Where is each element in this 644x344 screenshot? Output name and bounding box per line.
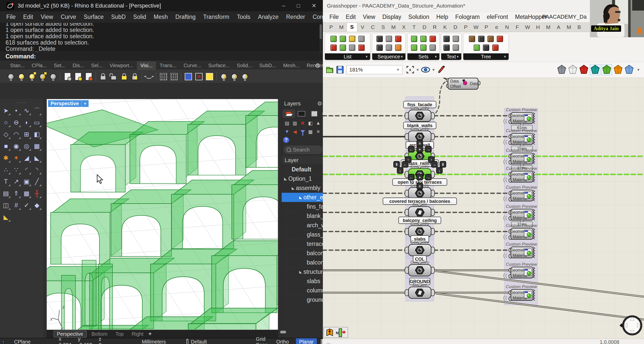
sets-component-icon[interactable]: [410, 35, 418, 43]
category-tab-15[interactable]: P: [481, 24, 491, 32]
layer-row-option_1[interactable]: ◣Option_1: [282, 174, 325, 183]
category-tab-4[interactable]: C: [368, 24, 378, 32]
arc-continue-icon[interactable]: ◝: [32, 165, 42, 175]
expand-triangle-icon[interactable]: ◣: [299, 195, 302, 199]
gh-node-balcony-ceiling[interactable]: balcony_ceilingGeometry: [399, 217, 441, 237]
display-gem-blue[interactable]: [624, 64, 634, 75]
command-scrollbar[interactable]: [320, 24, 322, 54]
pipe-icon[interactable]: ╫: [32, 188, 42, 199]
layer-row-slabs[interactable]: slabs: [282, 277, 325, 286]
point-icon[interactable]: •: [11, 105, 21, 116]
display-gems-caret-icon[interactable]: ▼: [637, 68, 640, 72]
sequence-component-icon[interactable]: [376, 44, 383, 52]
statusbar-panel-icon[interactable]: [321, 339, 323, 344]
freeform-curve-icon[interactable]: ⌒: [32, 105, 42, 116]
toggle-ortho[interactable]: Ortho: [276, 339, 289, 344]
display-gem-outline[interactable]: [568, 64, 578, 75]
layer-row-ground[interactable]: ground: [282, 295, 325, 304]
category-tab-23[interactable]: M: [564, 24, 574, 32]
menu-file[interactable]: File: [3, 14, 19, 20]
statusbar-units[interactable]: Millimeters: [142, 339, 166, 344]
category-tab-8[interactable]: T: [409, 24, 419, 32]
toolbar-tab-SubD[interactable]: SubD...: [256, 61, 280, 70]
bulb-dim-b-icon[interactable]: [229, 71, 240, 82]
curved-surface-icon[interactable]: ◧: [32, 129, 42, 139]
torus-icon[interactable]: ◎: [22, 141, 31, 151]
category-tab-22[interactable]: A: [553, 24, 564, 32]
layer-row-structural[interactable]: ◣structural: [282, 267, 325, 277]
sequence-component-icon[interactable]: [385, 44, 393, 52]
ribbon-group-label[interactable]: Sequence▼: [372, 53, 405, 60]
bulb-on-icon[interactable]: [16, 71, 27, 82]
offset-plank-icon[interactable]: ◫: [1, 200, 11, 210]
list-component-icon[interactable]: [339, 44, 347, 52]
flag-a-icon[interactable]: ◢: [22, 153, 31, 163]
wire-dashed-curve[interactable]: [432, 81, 448, 116]
gh-node-custom-preview-5[interactable]: Custom PreviewGeometryMaterial: [504, 185, 537, 201]
point-cloud-icon[interactable]: ∵: [11, 165, 21, 175]
gh-node-data-recorder[interactable]: DataOffsetData: [446, 78, 480, 89]
gh-node-custom-preview-7[interactable]: Custom PreviewGeometryMaterial: [504, 223, 537, 240]
viewport-title-dropdown-icon[interactable]: ▼: [81, 100, 89, 107]
sets-component-icon[interactable]: [420, 44, 427, 52]
menu-tools[interactable]: Tools: [233, 14, 254, 20]
category-tab-2[interactable]: S: [347, 22, 357, 32]
sequence-component-icon[interactable]: [385, 35, 393, 43]
gh-menu-solution[interactable]: Solution: [405, 14, 433, 20]
gh-menu-help[interactable]: Help: [433, 14, 452, 20]
extrude-icon[interactable]: ⇑: [11, 188, 21, 199]
display-gem-dark[interactable]: [557, 64, 567, 75]
layer-row-balcony[interactable]: balcony: [282, 249, 325, 258]
plugins-icon[interactable]: ✱: [1, 153, 11, 163]
expand-triangle-icon[interactable]: ◣: [299, 270, 302, 274]
tree-component-icon[interactable]: [496, 35, 504, 43]
toolbar-tab-Sel[interactable]: Sel...: [88, 61, 106, 70]
help-icon[interactable]: ?: [283, 137, 289, 143]
category-tab-1[interactable]: M: [336, 24, 347, 32]
toolbar-tab-Trans[interactable]: Trans...: [156, 61, 180, 70]
open-file-icon[interactable]: [325, 65, 334, 74]
menu-transform[interactable]: Transform: [199, 14, 233, 20]
new-sublayer-icon[interactable]: ▥: [291, 120, 299, 126]
scale-icon[interactable]: ↗: [11, 176, 21, 187]
section-tools-icon[interactable]: #: [11, 200, 21, 210]
category-tab-11[interactable]: K: [440, 24, 450, 32]
paint-icon[interactable]: ◣: [1, 212, 11, 222]
sets-component-icon[interactable]: [420, 35, 427, 43]
maximize-button[interactable]: □: [297, 3, 300, 9]
menu-view[interactable]: View: [37, 14, 57, 20]
grid-array-icon[interactable]: ▦: [22, 188, 31, 199]
tree-component-icon[interactable]: [468, 35, 476, 43]
layer-row-balcony_[interactable]: balcony_: [282, 258, 325, 267]
tree-component-icon[interactable]: [478, 35, 485, 43]
close-button[interactable]: ✕: [312, 3, 316, 9]
polygon-icon[interactable]: ◇: [1, 129, 11, 139]
toolbar-tab-Mesh[interactable]: Mesh...: [280, 61, 303, 70]
display-gem-teal[interactable]: [590, 64, 600, 75]
tree-component-icon[interactable]: [487, 35, 495, 43]
category-tab-20[interactable]: H: [533, 24, 543, 32]
gh-canvas-svg[interactable]: fins_facadeGeometryblank_wallsGeometryar…: [323, 78, 644, 339]
ribbon-group-label[interactable]: Tree▼: [463, 53, 509, 60]
tab-render[interactable]: [308, 109, 320, 118]
statusbar-cplane[interactable]: CPlane: [14, 339, 31, 344]
gh-node-custom-preview-10[interactable]: Custom PreviewGeometryMaterial: [504, 284, 537, 301]
text-icon[interactable]: T: [1, 176, 11, 187]
layer-row-arch_wall[interactable]: arch_wall: [282, 221, 325, 230]
boolean-spheres-icon[interactable]: ∴: [1, 165, 11, 175]
ribbon-group-label[interactable]: List▼: [325, 53, 370, 60]
rectangle-icon[interactable]: ▭: [32, 117, 42, 128]
gh-menu-elefront[interactable]: eleFront: [483, 14, 511, 20]
move-down-icon[interactable]: ▼: [283, 128, 291, 135]
category-tab-16[interactable]: e: [491, 24, 502, 32]
bulb-off-icon[interactable]: [6, 71, 16, 82]
viewport-3d-scene[interactable]: zxy: [47, 99, 278, 330]
menu-curve[interactable]: Curve: [57, 14, 80, 20]
gh-menu-file[interactable]: File: [326, 14, 342, 20]
new-layer-icon[interactable]: ▤: [283, 120, 291, 126]
minimize-button[interactable]: –: [282, 3, 285, 9]
gh-node-custom-preview-9[interactable]: Custom PreviewGeometryMaterial: [504, 262, 537, 278]
gh-menu-display[interactable]: Display: [379, 14, 405, 20]
menu-mesh[interactable]: Mesh: [150, 14, 171, 20]
solid-box-icon[interactable]: ▤: [1, 188, 11, 199]
